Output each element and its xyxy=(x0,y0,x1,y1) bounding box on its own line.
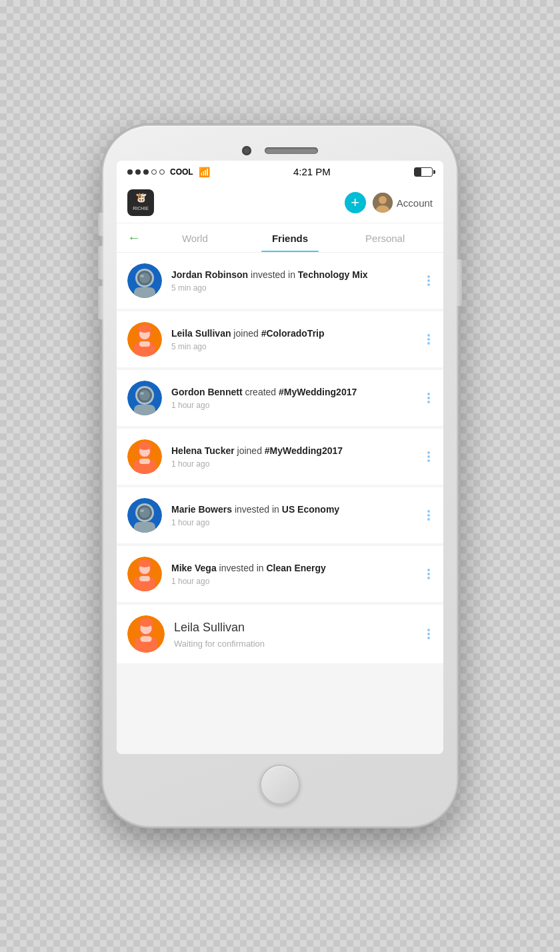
feed-text: Helena Tucker joined #MyWedding2017 xyxy=(171,445,415,458)
feed-avatar xyxy=(127,381,162,415)
mute-button[interactable] xyxy=(98,213,103,236)
feed-item: Helena Tucker joined #MyWedding2017 1 ho… xyxy=(117,429,443,485)
logo-area: 🐮 RICHIE xyxy=(127,189,154,216)
feed-item: Mike Vega invested in Clean Energy 1 hou… xyxy=(117,546,443,602)
svg-point-39 xyxy=(138,559,151,567)
feed-text: Marie Bowers invested in US Economy xyxy=(171,503,415,517)
menu-dot xyxy=(427,401,430,403)
feed-avatar xyxy=(127,615,165,653)
tab-friends[interactable]: Friends xyxy=(243,223,338,252)
battery-fill xyxy=(415,168,421,176)
home-button[interactable] xyxy=(260,765,300,805)
phone-bottom xyxy=(260,754,300,813)
svg-point-45 xyxy=(139,618,153,627)
svg-rect-29 xyxy=(139,459,150,464)
feed-avatar xyxy=(127,498,162,533)
signal-dot-1 xyxy=(127,169,133,175)
more-menu-button[interactable] xyxy=(425,390,433,406)
feed-item: Leila Sullivan Waiting for confirmation xyxy=(117,605,443,663)
back-button[interactable]: ← xyxy=(127,230,141,245)
feed-content: Jordan Robinson invested in Technology M… xyxy=(171,269,415,293)
app-logo: 🐮 RICHIE xyxy=(127,189,154,216)
feed-content: Leila Sullivan joined #ColoradoTrip 5 mi… xyxy=(171,327,415,352)
svg-point-23 xyxy=(140,392,144,395)
carrier-label: COOL xyxy=(170,167,193,177)
svg-point-4 xyxy=(379,196,387,204)
menu-dot xyxy=(427,633,430,635)
more-menu-button[interactable] xyxy=(425,331,433,347)
account-label: Account xyxy=(397,197,433,209)
nav-tabs: ← World Friends Personal xyxy=(117,223,443,253)
menu-dot xyxy=(427,569,430,571)
menu-dot xyxy=(427,629,430,631)
app-header: 🐮 RICHIE + Account xyxy=(117,183,443,223)
menu-dot xyxy=(427,334,430,337)
feed-time: 1 hour ago xyxy=(171,518,415,527)
account-avatar xyxy=(373,193,393,213)
speaker xyxy=(265,147,318,154)
power-button[interactable] xyxy=(457,259,462,306)
feed-time: 1 hour ago xyxy=(171,577,415,586)
feed-content: Helena Tucker joined #MyWedding2017 1 ho… xyxy=(171,445,415,469)
menu-dot xyxy=(427,342,430,345)
menu-dot xyxy=(427,459,430,462)
status-time: 4:21 PM xyxy=(293,166,331,177)
menu-dot xyxy=(427,275,430,278)
feed-item: Marie Bowers invested in US Economy 1 ho… xyxy=(117,487,443,543)
tab-world[interactable]: World xyxy=(147,223,243,252)
phone-screen: COOL 📶 4:21 PM 🐮 RICHIE xyxy=(117,161,443,754)
signal-dot-5 xyxy=(159,169,165,175)
svg-rect-22 xyxy=(134,405,155,415)
feed-avatar xyxy=(127,439,162,474)
feed-avatar xyxy=(127,557,162,591)
add-button[interactable]: + xyxy=(345,192,366,213)
signal-dot-4 xyxy=(151,169,157,175)
menu-dot xyxy=(427,510,430,513)
svg-point-15 xyxy=(138,325,151,333)
feed-time: 5 min ago xyxy=(171,342,415,351)
feed-text: Mike Vega invested in Clean Energy xyxy=(171,562,415,575)
feed-text: Leila Sullivan joined #ColoradoTrip xyxy=(171,327,415,341)
svg-point-11 xyxy=(140,275,144,277)
status-left: COOL 📶 xyxy=(127,167,210,177)
svg-text:RICHIE: RICHIE xyxy=(133,206,149,211)
menu-dot xyxy=(427,393,430,395)
svg-point-27 xyxy=(138,442,151,450)
feed-item: Gordon Bennett created #MyWedding2017 1 … xyxy=(117,370,443,426)
feed-avatar xyxy=(127,263,162,298)
volume-up-button[interactable] xyxy=(98,246,103,279)
more-menu-button[interactable] xyxy=(425,449,433,465)
battery-body xyxy=(414,167,433,177)
feed-content: Mike Vega invested in Clean Energy 1 hou… xyxy=(171,562,415,587)
feed-time: 5 min ago xyxy=(171,283,415,293)
menu-dot xyxy=(427,518,430,521)
feed-avatar xyxy=(127,322,162,357)
more-menu-button[interactable] xyxy=(425,507,433,523)
header-right: + Account xyxy=(345,192,433,213)
status-bar: COOL 📶 4:21 PM xyxy=(117,161,443,183)
feed-text: Gordon Bennett created #MyWedding2017 xyxy=(171,386,415,399)
feed-time: 1 hour ago xyxy=(171,459,415,469)
more-menu-button[interactable] xyxy=(425,273,433,289)
menu-dot xyxy=(427,338,430,341)
svg-rect-41 xyxy=(139,576,150,581)
tab-personal[interactable]: Personal xyxy=(337,223,433,252)
account-area[interactable]: Account xyxy=(373,193,433,213)
menu-dot xyxy=(427,283,430,286)
feed-time: 1 hour ago xyxy=(171,401,415,410)
feed-content: Marie Bowers invested in US Economy 1 ho… xyxy=(171,503,415,528)
svg-text:🐮: 🐮 xyxy=(135,192,147,203)
svg-point-35 xyxy=(140,509,144,512)
menu-dot xyxy=(427,397,430,399)
feed-text: Jordan Robinson invested in Technology M… xyxy=(171,269,415,282)
svg-rect-17 xyxy=(139,341,150,347)
svg-rect-34 xyxy=(134,522,155,533)
more-menu-button[interactable] xyxy=(425,626,433,642)
wifi-icon: 📶 xyxy=(199,167,210,177)
signal-dot-3 xyxy=(143,169,149,175)
volume-down-button[interactable] xyxy=(98,286,103,319)
menu-dot xyxy=(427,637,430,639)
feed-item: Leila Sullivan joined #ColoradoTrip 5 mi… xyxy=(117,311,443,367)
more-menu-button[interactable] xyxy=(425,566,433,582)
menu-dot xyxy=(427,573,430,575)
